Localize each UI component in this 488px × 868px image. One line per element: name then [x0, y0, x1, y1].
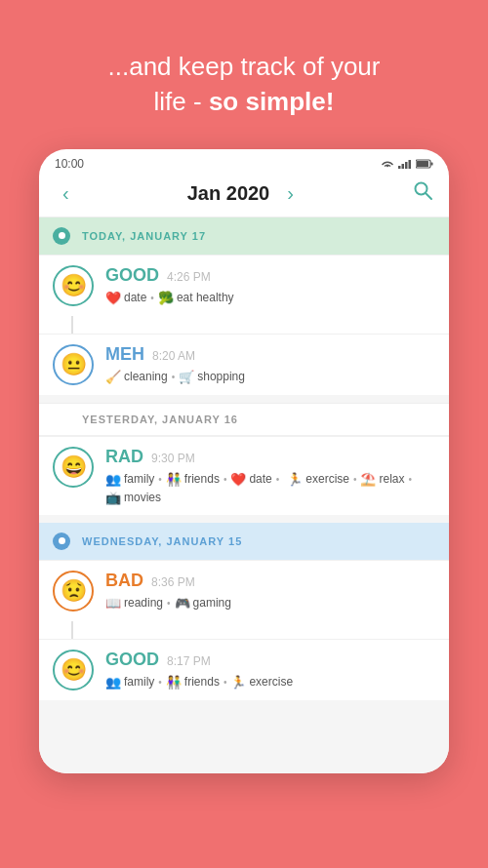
header-line1: ...and keep track of your — [108, 52, 381, 81]
tag-exercise-label: exercise — [305, 472, 349, 486]
heart-icon-rad: ❤️ — [230, 472, 246, 487]
entry-content-good-wed: GOOD 8:17 PM 👥 family • 👫 friends — [105, 650, 435, 690]
mood-label-bad: BAD — [105, 571, 143, 591]
day-section-yesterday: YESTERDAY, JANUARY 16 😄 RAD 9:30 PM 👥 fa… — [39, 403, 449, 515]
mood-icon-bad: 😟 — [53, 571, 94, 612]
eat-healthy-icon: 🥦 — [158, 291, 174, 305]
search-button[interactable] — [412, 179, 433, 207]
svg-rect-0 — [398, 166, 401, 169]
mood-icon-good: 😊 — [53, 265, 94, 306]
today-dot — [53, 227, 70, 245]
reading-icon: 📖 — [105, 596, 121, 611]
entry-row-rad: 😄 RAD 9:30 PM 👥 family • 👫 — [39, 436, 449, 515]
entry-time-bad: 8:36 PM — [151, 575, 195, 589]
entry-time-meh: 8:20 AM — [152, 349, 195, 363]
prev-month-button[interactable]: ‹ — [55, 178, 77, 209]
entry-content-meh: MEH 8:20 AM 🧹 cleaning • 🛒 shopping — [105, 344, 435, 384]
tag-dot-2: • — [172, 372, 176, 382]
mood-label-good-wed: GOOD — [105, 650, 159, 670]
friends-icon-wed: 👫 — [166, 675, 182, 690]
svg-rect-1 — [402, 164, 405, 169]
shopping-icon: 🛒 — [179, 370, 194, 384]
mood-label-meh: MEH — [105, 344, 144, 365]
tag-gaming-label: gaming — [193, 596, 231, 610]
status-icons — [381, 159, 433, 169]
wednesday-dot — [53, 533, 70, 550]
tag-exercise-wed-label: exercise — [249, 675, 293, 689]
entry-tags-good: ❤️ date • 🥦 eat healthy — [105, 291, 435, 305]
yesterday-label: YESTERDAY, JANUARY 16 — [82, 414, 238, 425]
next-month-button[interactable]: › — [279, 178, 302, 209]
entry-title-row-rad: RAD 9:30 PM — [105, 447, 435, 467]
phone-frame: 10:00 ‹ Jan — [39, 149, 449, 773]
tag-exercise: 🏃 exercise — [287, 472, 349, 487]
svg-rect-6 — [417, 161, 428, 167]
entry-title-row-good: GOOD 4:26 PM — [105, 265, 435, 286]
family-icon-wed: 👥 — [105, 675, 121, 690]
exercise-icon-wed: 🏃 — [230, 675, 246, 690]
entry-time-rad: 9:30 PM — [151, 452, 195, 465]
tag-date-label: date — [124, 291, 146, 304]
cleaning-icon: 🧹 — [105, 370, 121, 384]
tag-family-wed: 👥 family — [105, 675, 154, 690]
movies-icon: 📺 — [105, 491, 121, 505]
wednesday-dot-inner — [59, 537, 65, 544]
tag-date: ❤️ date — [105, 291, 146, 305]
entry-tags-good-wed: 👥 family • 👫 friends • 🏃 exercise — [105, 675, 435, 690]
entry-row-good: 😊 GOOD 4:26 PM ❤️ date • 🥦 — [39, 255, 449, 316]
entry-title-row-meh: MEH 8:20 AM — [105, 344, 435, 365]
tag-family: 👥 family — [105, 472, 154, 487]
svg-line-8 — [426, 193, 431, 199]
entry-tags-rad: 👥 family • 👫 friends • ❤️ date — [105, 472, 435, 505]
friends-icon: 👫 — [166, 472, 182, 487]
entry-title-row-bad: BAD 8:36 PM — [105, 571, 435, 591]
day-section-today: TODAY, JANUARY 17 😊 GOOD 4:26 PM ❤️ date — [39, 217, 449, 395]
header-line2-normal: life - — [154, 87, 209, 116]
tag-reading: 📖 reading — [105, 596, 163, 611]
battery-icon — [416, 159, 433, 169]
svg-rect-3 — [409, 160, 412, 169]
svg-rect-2 — [405, 162, 408, 169]
family-icon: 👥 — [105, 472, 121, 487]
today-label: TODAY, JANUARY 17 — [82, 230, 206, 242]
tag-friends-label: friends — [184, 472, 220, 486]
nav-center: Jan 2020 › — [187, 178, 302, 209]
tag-exercise-wed: 🏃 exercise — [230, 675, 293, 690]
tag-cleaning: 🧹 cleaning — [105, 370, 168, 384]
status-time: 10:00 — [55, 157, 84, 171]
tag-family-wed-label: family — [124, 675, 154, 689]
day-section-wednesday: WEDNESDAY, JANUARY 15 😟 BAD 8:36 PM 📖 re… — [39, 523, 449, 700]
entry-row-meh: 😐 MEH 8:20 AM 🧹 cleaning • 🛒 — [39, 334, 449, 395]
tag-reading-label: reading — [124, 596, 163, 610]
entry-tags-bad: 📖 reading • 🎮 gaming — [105, 596, 435, 611]
signal-icon — [398, 159, 412, 169]
tag-relax: ⛱️ relax — [360, 472, 404, 487]
tag-dot-1: • — [150, 293, 154, 303]
tag-shopping: 🛒 shopping — [179, 370, 245, 384]
header: ...and keep track of your life - so simp… — [79, 0, 410, 149]
exercise-icon: 🏃 — [287, 472, 303, 487]
relax-icon: ⛱️ — [360, 472, 376, 487]
nav-bar: ‹ Jan 2020 › — [39, 175, 449, 217]
tag-movies: 📺 movies — [105, 491, 161, 505]
day-header-wednesday: WEDNESDAY, JANUARY 15 — [39, 523, 449, 560]
tag-cleaning-label: cleaning — [124, 370, 168, 383]
tag-movies-label: movies — [124, 491, 161, 504]
tag-relax-label: relax — [379, 472, 404, 486]
entry-time-good-wed: 8:17 PM — [167, 654, 211, 668]
tag-date-rad-label: date — [249, 472, 271, 486]
entry-content-good: GOOD 4:26 PM ❤️ date • 🥦 eat healthy — [105, 265, 435, 305]
gaming-icon: 🎮 — [175, 596, 190, 611]
timeline-line-2 — [71, 621, 73, 639]
entry-tags-meh: 🧹 cleaning • 🛒 shopping — [105, 370, 435, 384]
timeline-line-1 — [71, 316, 73, 334]
mood-icon-rad: 😄 — [53, 447, 94, 488]
entry-title-row-good-wed: GOOD 8:17 PM — [105, 650, 435, 670]
mood-icon-meh: 😐 — [53, 344, 94, 385]
today-dot-inner — [59, 232, 65, 239]
heart-icon: ❤️ — [105, 291, 121, 305]
wednesday-label: WEDNESDAY, JANUARY 15 — [82, 535, 242, 547]
scroll-area[interactable]: TODAY, JANUARY 17 😊 GOOD 4:26 PM ❤️ date — [39, 217, 449, 773]
tag-date-rad: ❤️ date — [230, 472, 271, 487]
mood-label-good: GOOD — [105, 265, 159, 286]
